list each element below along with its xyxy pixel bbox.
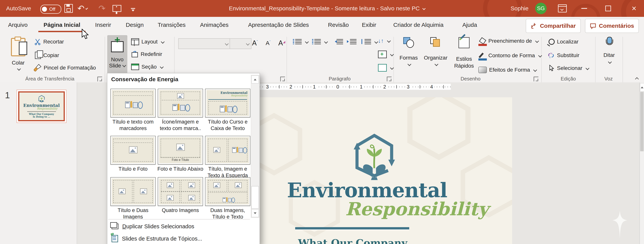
- decrease-indent-button[interactable]: [336, 39, 343, 44]
- font-size-combo[interactable]: [230, 38, 252, 49]
- tab-design[interactable]: Design: [122, 17, 148, 33]
- clipboard-dialog-launcher[interactable]: [97, 77, 102, 81]
- layout-button[interactable]: Layout: [131, 38, 164, 45]
- tab-revis-o[interactable]: Revisão: [324, 17, 353, 33]
- layout-option-photo-title-below[interactable]: Foto e Título Foto e Título Abaixo: [156, 136, 204, 172]
- shape-fill-button[interactable]: Preenchimento de: [478, 38, 538, 44]
- align-text-button[interactable]: [378, 50, 393, 58]
- find-button[interactable]: Localizar: [548, 39, 578, 45]
- layout-option-icon-text[interactable]: Ícone/imagem e texto com marca..: [156, 89, 204, 132]
- clear-formatting-button[interactable]: A◢: [278, 39, 285, 47]
- autosave-toggle[interactable]: Off: [40, 4, 61, 14]
- redo-button[interactable]: ↷: [97, 3, 107, 13]
- tab-anima-es[interactable]: Animações: [196, 17, 232, 33]
- paragraph-group-label: Parágrafo: [301, 76, 378, 82]
- minimize-button[interactable]: [577, 0, 592, 17]
- format-painter-button[interactable]: Pincel de Formatação: [33, 64, 96, 72]
- paste-button[interactable]: Colar: [6, 36, 31, 76]
- tab-exibir[interactable]: Exibir: [358, 17, 381, 33]
- line-spacing-button[interactable]: [364, 39, 378, 44]
- image-placeholder-icon: [235, 182, 242, 188]
- tab-criador-de-alquimia[interactable]: Criador de Alquimia: [385, 17, 452, 33]
- quick-styles-button[interactable]: EstilosRápidos: [452, 36, 476, 69]
- chevron-down-icon: [586, 66, 590, 70]
- ruler-tick: [420, 85, 420, 88]
- section-button[interactable]: Seção: [131, 64, 163, 70]
- paragraph-dialog-launcher[interactable]: [387, 77, 392, 81]
- autosave-state: Off: [49, 6, 56, 12]
- shapes-button[interactable]: Formas: [397, 36, 420, 67]
- comments-button[interactable]: Comentários: [585, 19, 639, 33]
- slide-canvas[interactable]: Environmental Responsibility What Our Co…: [257, 97, 512, 244]
- save-button[interactable]: [64, 3, 74, 13]
- chevron-down-icon: [434, 62, 438, 66]
- svg-text:ls: ls: [550, 52, 552, 55]
- tab-ajuda[interactable]: Ajuda: [458, 17, 481, 33]
- arrange-button[interactable]: Organizar: [421, 36, 450, 67]
- grow-font-button[interactable]: Aˆ: [252, 39, 258, 47]
- shape-effects-icon: [478, 67, 487, 73]
- dictate-button[interactable]: Ditar: [598, 37, 620, 65]
- layout-option-four-images[interactable]: Quatro Imagens: [156, 177, 204, 214]
- tab-transi-es[interactable]: Transições: [154, 17, 189, 33]
- reset-button[interactable]: Redefinir: [131, 51, 162, 57]
- slide-title-responsibility[interactable]: Responsibility: [307, 198, 512, 220]
- editor-vertical-scrollbar[interactable]: [640, 82, 644, 244]
- replace-button[interactable]: lsc Substituir: [548, 52, 580, 59]
- avatar[interactable]: SG: [535, 3, 547, 14]
- shrink-font-button[interactable]: Aˇ: [266, 40, 270, 46]
- user-name[interactable]: Sophie: [510, 0, 528, 17]
- layout-thumbnail: [205, 177, 250, 206]
- outline-slides-label: Slides de Estrutura de Tópicos...: [122, 236, 202, 242]
- undo-button[interactable]: ↶: [78, 3, 88, 13]
- ruler-tick: [279, 85, 280, 88]
- document-title[interactable]: Environmental_Responsibility-Template - …: [220, 0, 434, 17]
- copy-button[interactable]: Copiar: [35, 52, 59, 59]
- icon-cluster: [172, 104, 188, 111]
- duplicate-selected-slides-item[interactable]: Duplicar Slides Selecionados: [107, 221, 254, 232]
- tab-arquivo[interactable]: Arquivo: [4, 17, 32, 33]
- slide-subtitle-partial[interactable]: What Our Company: [268, 237, 437, 244]
- layout-option-two-images[interactable]: Título e Duas Imagens: [109, 177, 157, 220]
- font-dialog-launcher[interactable]: [280, 77, 285, 81]
- menu-scrollbar-thumb[interactable]: [252, 186, 259, 209]
- shape-outline-button[interactable]: Contorno de Forma: [478, 52, 542, 59]
- shape-effects-button[interactable]: Efeitos de Forma: [478, 67, 536, 73]
- image-placeholder-icon: [167, 182, 174, 188]
- duplicate-slides-icon: [112, 224, 118, 229]
- text-direction-button[interactable]: ↓↑: [378, 37, 390, 44]
- new-slide-button[interactable]: NovoSlide: [107, 35, 127, 74]
- menu-scrollbar[interactable]: [251, 75, 259, 218]
- cut-button[interactable]: Recortar: [34, 38, 64, 45]
- layout-option-two-images-text[interactable]: Duas Imagens, Título e Texto: [204, 177, 252, 220]
- layout-option-bullets[interactable]: Título e texto com marcadores: [109, 89, 157, 132]
- scrollbar-thumb[interactable]: [640, 92, 644, 151]
- slides-from-outline-item[interactable]: Slides de Estrutura de Tópicos...: [107, 233, 254, 244]
- numbering-button[interactable]: [314, 39, 327, 44]
- select-button[interactable]: Selecionar: [548, 65, 589, 72]
- increase-indent-button[interactable]: [350, 39, 356, 44]
- triangle-down-icon: [254, 212, 256, 216]
- layout-option-image-text-left[interactable]: Título, Imagem e Texto à Esquerda: [204, 136, 252, 179]
- menu-scroll-down-button[interactable]: [252, 209, 259, 217]
- layout-option-course-title[interactable]: Environmental Responsibility Título do C…: [204, 89, 252, 132]
- smartart-button[interactable]: [378, 64, 393, 72]
- start-slideshow-button[interactable]: [112, 3, 122, 13]
- font-name-combo[interactable]: [178, 38, 230, 49]
- close-icon: ×: [632, 4, 636, 12]
- tab-p-gina-inicial[interactable]: Página Inicial: [38, 17, 86, 33]
- menu-scroll-up-button[interactable]: [252, 75, 259, 83]
- tab-apresenta-o-de-slides[interactable]: Apresentação de Slides: [240, 17, 318, 33]
- bullets-button[interactable]: [295, 39, 308, 44]
- close-button[interactable]: ×: [627, 0, 641, 17]
- layout-option-photo[interactable]: Título e Foto: [109, 136, 157, 172]
- tab-inserir[interactable]: Inserir: [90, 17, 116, 33]
- ribbon-display-options-button[interactable]: [557, 3, 567, 13]
- share-button[interactable]: Compartilhar: [526, 19, 581, 33]
- restore-button[interactable]: [601, 0, 616, 17]
- redo-icon: ↷: [98, 4, 106, 13]
- text-direction-icon: ↓↑: [378, 37, 384, 44]
- scroll-up-button[interactable]: [640, 83, 644, 92]
- customize-quick-access-button[interactable]: [128, 3, 138, 13]
- slide-thumbnail-1[interactable]: Environmental Responsibility What Our Co…: [16, 90, 66, 123]
